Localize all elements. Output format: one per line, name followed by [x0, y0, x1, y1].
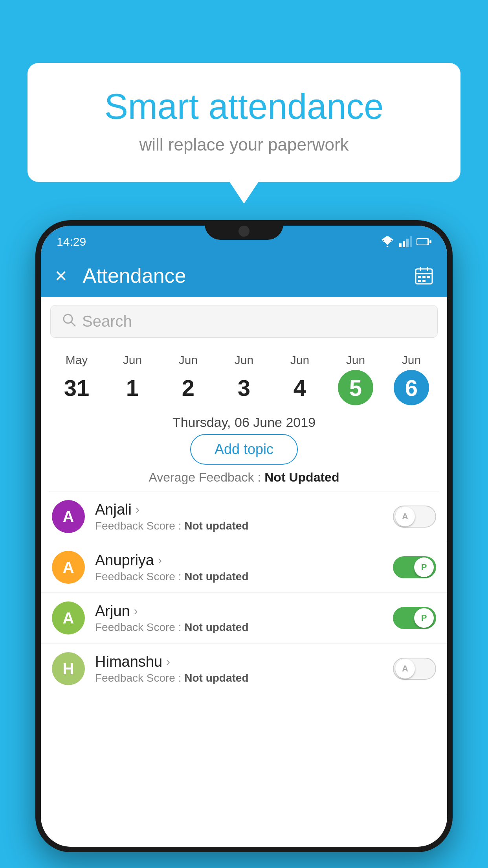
student-item[interactable]: AArjun ›Feedback Score : Not updatedP [41, 593, 447, 644]
avg-feedback: Average Feedback : Not Updated [41, 470, 447, 485]
svg-rect-17 [422, 280, 426, 282]
calendar-day[interactable]: Jun3 [226, 353, 262, 405]
cal-date-number[interactable]: 4 [282, 370, 317, 405]
svg-point-18 [64, 314, 72, 323]
battery-icon [416, 237, 431, 246]
app-bar: × Attendance [41, 254, 447, 297]
student-info: Anjali ›Feedback Score : Not updated [95, 501, 393, 532]
student-item[interactable]: AAnjali ›Feedback Score : Not updatedA [41, 491, 447, 542]
cal-date-number[interactable]: 2 [171, 370, 206, 405]
selected-date-label: Thursday, 06 June 2019 [41, 415, 447, 430]
chevron-icon: › [166, 655, 170, 668]
svg-rect-3 [403, 241, 405, 247]
cal-month-label: Jun [179, 353, 198, 367]
calendar-day[interactable]: Jun1 [115, 353, 150, 405]
attendance-toggle[interactable]: A [393, 658, 436, 680]
calendar-strip: May31Jun1Jun2Jun3Jun4Jun5Jun6 [41, 346, 447, 409]
student-name[interactable]: Himanshu › [95, 653, 393, 670]
svg-rect-2 [399, 243, 402, 247]
svg-line-19 [72, 322, 75, 326]
student-list: AAnjali ›Feedback Score : Not updatedAAA… [41, 491, 447, 694]
calendar-day[interactable]: Jun2 [171, 353, 206, 405]
svg-rect-16 [418, 280, 421, 282]
attendance-toggle[interactable]: P [393, 607, 436, 629]
svg-rect-4 [406, 239, 409, 247]
svg-rect-7 [429, 240, 431, 243]
student-avatar: A [52, 551, 85, 584]
search-input[interactable]: Search [82, 313, 132, 330]
calendar-icon[interactable] [415, 267, 433, 285]
student-item[interactable]: AAnupriya ›Feedback Score : Not updatedP [41, 542, 447, 593]
cal-month-label: Jun [402, 353, 421, 367]
cal-month-label: Jun [123, 353, 142, 367]
cal-date-number[interactable]: 6 [394, 370, 429, 405]
close-button[interactable]: × [55, 265, 67, 286]
svg-rect-8 [417, 239, 427, 245]
student-feedback: Feedback Score : Not updated [95, 520, 393, 532]
student-feedback: Feedback Score : Not updated [95, 621, 393, 634]
svg-rect-13 [418, 276, 421, 278]
student-name[interactable]: Anupriya › [95, 552, 393, 569]
speech-bubble-subtitle: will replace your paperwork [59, 135, 429, 154]
cal-date-number[interactable]: 31 [59, 370, 94, 405]
cal-month-label: May [66, 353, 88, 367]
student-avatar: H [52, 652, 85, 685]
status-icons [380, 236, 431, 247]
svg-marker-0 [384, 242, 391, 245]
cal-month-label: Jun [235, 353, 253, 367]
calendar-day[interactable]: Jun4 [282, 353, 317, 405]
chevron-icon: › [158, 554, 162, 567]
student-name[interactable]: Anjali › [95, 501, 393, 518]
cal-month-label: Jun [346, 353, 365, 367]
attendance-toggle[interactable]: A [393, 506, 436, 528]
phone-camera [238, 226, 250, 237]
student-item[interactable]: HHimanshu ›Feedback Score : Not updatedA [41, 644, 447, 694]
student-avatar: A [52, 601, 85, 634]
cal-month-label: Jun [290, 353, 309, 367]
phone-frame: 14:29 [35, 220, 453, 852]
student-feedback: Feedback Score : Not updated [95, 672, 393, 684]
speech-bubble-container: Smart attendance will replace your paper… [28, 63, 460, 182]
student-info: Himanshu ›Feedback Score : Not updated [95, 653, 393, 684]
cal-date-number[interactable]: 1 [115, 370, 150, 405]
add-topic-button[interactable]: Add topic [190, 434, 298, 465]
chevron-icon: › [136, 503, 139, 516]
calendar-day[interactable]: May31 [59, 353, 94, 405]
phone-screen: 14:29 [41, 226, 447, 847]
svg-rect-15 [427, 276, 430, 278]
search-bar[interactable]: Search [50, 305, 438, 338]
student-info: Arjun ›Feedback Score : Not updated [95, 603, 393, 634]
calendar-day[interactable]: Jun5 [338, 353, 373, 405]
signal-icon [399, 236, 412, 247]
chevron-icon: › [134, 604, 138, 618]
student-name[interactable]: Arjun › [95, 603, 393, 620]
status-time: 14:29 [57, 235, 86, 248]
cal-date-number[interactable]: 5 [338, 370, 373, 405]
speech-bubble: Smart attendance will replace your paper… [28, 63, 460, 182]
calendar-day[interactable]: Jun6 [394, 353, 429, 405]
student-feedback: Feedback Score : Not updated [95, 570, 393, 583]
speech-bubble-title: Smart attendance [59, 86, 429, 127]
svg-rect-14 [422, 276, 426, 278]
attendance-toggle[interactable]: P [393, 556, 436, 578]
wifi-icon [380, 236, 394, 247]
svg-rect-5 [410, 236, 412, 247]
app-bar-title: Attendance [83, 264, 415, 287]
cal-date-number[interactable]: 3 [226, 370, 262, 405]
svg-marker-1 [386, 246, 389, 247]
search-icon [62, 313, 76, 330]
student-avatar: A [52, 500, 85, 533]
student-info: Anupriya ›Feedback Score : Not updated [95, 552, 393, 583]
